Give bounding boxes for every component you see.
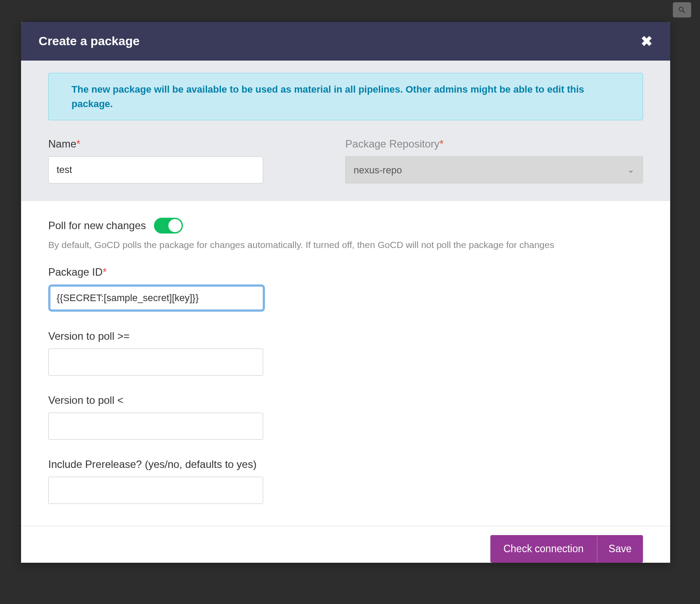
required-asterisk: *: [103, 266, 107, 278]
prerelease-group: Include Prerelease? (yes/no, defaults to…: [48, 458, 643, 504]
close-icon[interactable]: ✖: [641, 34, 653, 48]
toggle-knob: [168, 219, 182, 232]
repo-label: Package Repository*: [345, 138, 643, 150]
info-banner: The new package will be available to be …: [48, 73, 643, 120]
version-gte-label: Version to poll >=: [48, 330, 643, 342]
repo-field-group: Package Repository* nexus-repo ⌄: [345, 138, 643, 183]
check-connection-button[interactable]: Check connection: [490, 535, 597, 563]
button-group: Check connection Save: [490, 535, 643, 563]
required-asterisk: *: [76, 138, 80, 150]
poll-label: Poll for new changes: [48, 219, 146, 232]
prerelease-input[interactable]: [48, 477, 263, 504]
prerelease-label: Include Prerelease? (yes/no, defaults to…: [48, 458, 643, 471]
poll-toggle-row: Poll for new changes: [48, 218, 643, 234]
name-label: Name*: [48, 138, 328, 150]
modal-footer: Check connection Save: [21, 526, 670, 563]
modal-title: Create a package: [39, 34, 139, 48]
poll-help-text: By default, GoCD polls the package for c…: [48, 240, 643, 250]
version-gte-group: Version to poll >=: [48, 330, 643, 376]
form-row: Name* Package Repository* nexus-repo ⌄: [48, 138, 643, 183]
name-label-text: Name: [48, 138, 76, 150]
version-lt-input[interactable]: [48, 413, 263, 440]
version-lt-label: Version to poll <: [48, 394, 643, 406]
repo-select-wrap: nexus-repo ⌄: [345, 156, 643, 183]
version-lt-group: Version to poll <: [48, 394, 643, 440]
version-gte-input[interactable]: [48, 349, 263, 376]
poll-toggle[interactable]: [154, 218, 183, 234]
name-input[interactable]: [48, 156, 263, 183]
lower-form-section: Poll for new changes By default, GoCD po…: [21, 201, 670, 526]
package-id-group: Package ID*: [48, 266, 643, 312]
save-button[interactable]: Save: [597, 535, 643, 563]
create-package-modal: Create a package ✖ The new package will …: [21, 22, 670, 563]
modal-header: Create a package ✖: [21, 22, 670, 61]
repo-select[interactable]: nexus-repo: [345, 156, 643, 183]
search-box[interactable]: [673, 2, 691, 18]
package-id-input[interactable]: [48, 284, 265, 312]
package-id-label: Package ID*: [48, 266, 643, 278]
package-id-label-text: Package ID: [48, 266, 103, 278]
repo-label-text: Package Repository: [345, 138, 439, 150]
name-field-group: Name*: [48, 138, 328, 183]
required-asterisk: *: [439, 138, 443, 150]
upper-form-section: The new package will be available to be …: [21, 61, 670, 201]
search-icon: [678, 6, 686, 14]
top-bar: [0, 0, 700, 22]
